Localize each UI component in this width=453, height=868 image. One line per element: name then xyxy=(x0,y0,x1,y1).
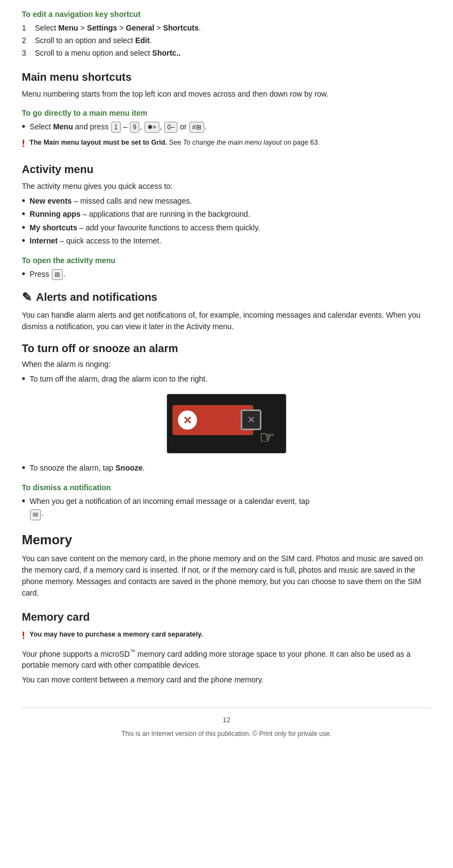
alarm-icon-circle: ✕ xyxy=(178,411,197,430)
nav-shortcut-heading: To edit a navigation key shortcut xyxy=(22,9,431,20)
memory-heading: Memory xyxy=(22,530,431,550)
open-activity-heading: To open the activity menu xyxy=(22,255,431,266)
activity-menu-description: The activity menu gives you quick access… xyxy=(22,181,431,192)
snooze-sub: When the alarm is ringing: xyxy=(22,359,431,370)
step-2: 2 Scroll to an option and select Edit. xyxy=(22,35,431,46)
main-menu-green-heading: To go directly to a main menu item xyxy=(22,108,431,119)
memory-card-note: ! You may have to purchase a memory card… xyxy=(22,629,431,643)
activity-item-running-apps: Running apps – applications that are run… xyxy=(22,209,431,221)
step-1: 1 Select Menu > Settings > General > Sho… xyxy=(22,22,431,34)
nav-shortcut-steps: 1 Select Menu > Settings > General > Sho… xyxy=(22,22,431,59)
alerts-icon: ✎ xyxy=(22,288,32,306)
alarm-image-container: ✕ ✕ ☞ xyxy=(22,394,431,454)
main-menu-description: Menu numbering starts from the top left … xyxy=(22,88,431,100)
snooze-bullet-1: To turn off the alarm, drag the alarm ic… xyxy=(22,373,431,385)
activity-menu-items: New events – missed calls and new messag… xyxy=(22,195,431,247)
memory-card-heading: Memory card xyxy=(22,609,431,625)
alarm-image: ✕ ✕ ☞ xyxy=(166,394,287,454)
main-menu-bullets: Select Menu and press 1 – 9, ✱+, 0– or #… xyxy=(22,121,431,133)
alarm-x-icon: ✕ xyxy=(183,412,192,429)
activity-menu-heading: Activity menu xyxy=(22,161,431,177)
activity-item-my-shortcuts: My shortcuts – add your favourite functi… xyxy=(22,222,431,234)
memory-card-para1: Your phone supports a microSD™ memory ca… xyxy=(22,647,431,671)
memory-card-para2: You can move content between a memory ca… xyxy=(22,674,431,686)
open-activity-bullets: Press ⊞. xyxy=(22,269,431,281)
alerts-description: You can handle alarm alerts and get noti… xyxy=(22,310,431,332)
dismiss-bullet: When you get a notification of an incomi… xyxy=(22,496,431,520)
alarm-right-inner-icon: ✕ xyxy=(247,413,255,427)
dismiss-bullets: When you get a notification of an incomi… xyxy=(22,496,431,520)
activity-item-new-events: New events – missed calls and new messag… xyxy=(22,195,431,207)
main-menu-bullet-1: Select Menu and press 1 – 9, ✱+, 0– or #… xyxy=(22,121,431,133)
page-footer: 12 This is an Internet version of this p… xyxy=(22,708,431,739)
alarm-right-icon: ✕ xyxy=(241,409,261,430)
footer-copyright: This is an Internet version of this publ… xyxy=(22,729,431,739)
snooze-bullet-2-list: To snooze the alarm, tap Snooze. xyxy=(22,462,431,474)
snooze-heading: To turn off or snooze an alarm xyxy=(22,340,431,356)
hand-pointer-icon: ☞ xyxy=(259,424,275,450)
page-number: 12 xyxy=(22,715,431,726)
open-activity-bullet: Press ⊞. xyxy=(22,269,431,281)
snooze-bullets: To turn off the alarm, drag the alarm ic… xyxy=(22,373,431,385)
note-icon: ! xyxy=(22,136,25,151)
memory-description: You can save content on the memory card,… xyxy=(22,553,431,599)
alerts-heading: ✎ Alerts and notifications xyxy=(22,288,431,306)
step-3: 3 Scroll to a menu option and select Sho… xyxy=(22,47,431,59)
dismiss-heading: To dismiss a notification xyxy=(22,482,431,494)
main-menu-note: ! The Main menu layout must be set to Gr… xyxy=(22,138,431,151)
snooze-bullet-2: To snooze the alarm, tap Snooze. xyxy=(22,462,431,474)
memory-note-icon: ! xyxy=(22,628,25,643)
main-menu-heading: Main menu shortcuts xyxy=(22,69,431,85)
activity-item-internet: Internet – quick access to the Internet. xyxy=(22,235,431,247)
